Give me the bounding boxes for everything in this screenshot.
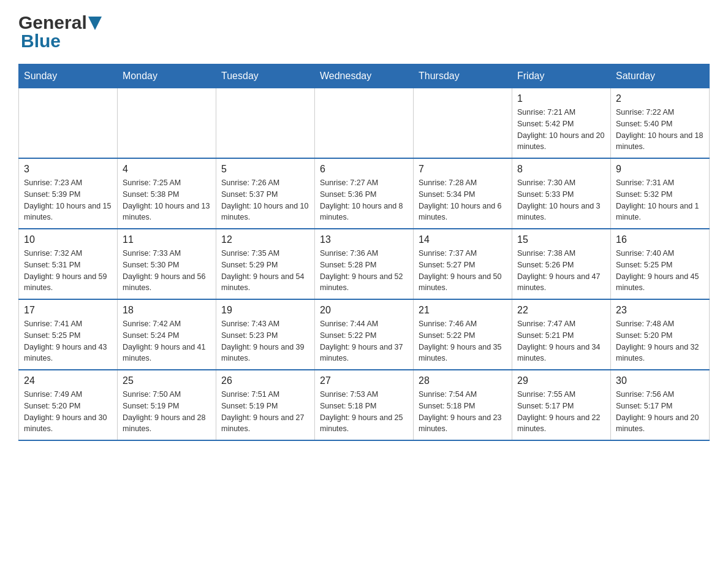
calendar-cell: 17Sunrise: 7:41 AMSunset: 5:25 PMDayligh… [19, 299, 118, 370]
calendar-cell [19, 88, 118, 159]
day-number: 14 [419, 234, 507, 245]
calendar-cell: 28Sunrise: 7:54 AMSunset: 5:18 PMDayligh… [414, 370, 512, 440]
day-info: Sunrise: 7:25 AMSunset: 5:38 PMDaylight:… [123, 177, 211, 223]
day-number: 28 [419, 375, 507, 386]
day-info: Sunrise: 7:53 AMSunset: 5:18 PMDaylight:… [320, 389, 408, 435]
day-number: 21 [419, 305, 507, 316]
calendar-cell [414, 88, 512, 159]
day-number: 18 [123, 305, 211, 316]
day-number: 23 [616, 305, 704, 316]
calendar-cell: 19Sunrise: 7:43 AMSunset: 5:23 PMDayligh… [216, 299, 315, 370]
calendar-cell: 13Sunrise: 7:36 AMSunset: 5:28 PMDayligh… [315, 229, 414, 299]
day-number: 1 [517, 93, 605, 104]
day-number: 4 [123, 164, 211, 175]
day-info: Sunrise: 7:44 AMSunset: 5:22 PMDaylight:… [320, 318, 408, 364]
calendar-week-5: 24Sunrise: 7:49 AMSunset: 5:20 PMDayligh… [19, 370, 710, 440]
day-info: Sunrise: 7:27 AMSunset: 5:36 PMDaylight:… [320, 177, 408, 223]
calendar-header-row: SundayMondayTuesdayWednesdayThursdayFrid… [19, 64, 710, 88]
day-number: 26 [221, 375, 309, 386]
calendar-cell: 27Sunrise: 7:53 AMSunset: 5:18 PMDayligh… [315, 370, 414, 440]
day-info: Sunrise: 7:40 AMSunset: 5:25 PMDaylight:… [616, 248, 704, 294]
weekday-header-monday: Monday [118, 64, 216, 88]
calendar-cell: 5Sunrise: 7:26 AMSunset: 5:37 PMDaylight… [216, 158, 315, 229]
logo: General Blue [18, 12, 102, 52]
page-header: General Blue [18, 12, 710, 52]
day-info: Sunrise: 7:51 AMSunset: 5:19 PMDaylight:… [221, 389, 309, 435]
day-number: 12 [221, 234, 309, 245]
calendar-cell: 20Sunrise: 7:44 AMSunset: 5:22 PMDayligh… [315, 299, 414, 370]
calendar-cell: 23Sunrise: 7:48 AMSunset: 5:20 PMDayligh… [611, 299, 710, 370]
day-info: Sunrise: 7:35 AMSunset: 5:29 PMDaylight:… [221, 248, 309, 294]
day-number: 20 [320, 305, 408, 316]
day-info: Sunrise: 7:32 AMSunset: 5:31 PMDaylight:… [24, 248, 112, 294]
day-number: 30 [616, 375, 704, 386]
day-info: Sunrise: 7:37 AMSunset: 5:27 PMDaylight:… [419, 248, 507, 294]
day-number: 2 [616, 93, 704, 104]
day-number: 6 [320, 164, 408, 175]
day-info: Sunrise: 7:54 AMSunset: 5:18 PMDaylight:… [419, 389, 507, 435]
svg-marker-0 [88, 17, 102, 30]
day-number: 13 [320, 234, 408, 245]
day-info: Sunrise: 7:48 AMSunset: 5:20 PMDaylight:… [616, 318, 704, 364]
weekday-header-saturday: Saturday [611, 64, 710, 88]
calendar-cell: 30Sunrise: 7:56 AMSunset: 5:17 PMDayligh… [611, 370, 710, 440]
day-info: Sunrise: 7:21 AMSunset: 5:42 PMDaylight:… [517, 107, 605, 153]
calendar-week-4: 17Sunrise: 7:41 AMSunset: 5:25 PMDayligh… [19, 299, 710, 370]
weekday-header-tuesday: Tuesday [216, 64, 315, 88]
day-number: 15 [517, 234, 605, 245]
day-info: Sunrise: 7:55 AMSunset: 5:17 PMDaylight:… [517, 389, 605, 435]
calendar-cell: 11Sunrise: 7:33 AMSunset: 5:30 PMDayligh… [118, 229, 216, 299]
calendar-cell [216, 88, 315, 159]
calendar-cell: 15Sunrise: 7:38 AMSunset: 5:26 PMDayligh… [512, 229, 611, 299]
calendar-week-3: 10Sunrise: 7:32 AMSunset: 5:31 PMDayligh… [19, 229, 710, 299]
calendar-cell: 6Sunrise: 7:27 AMSunset: 5:36 PMDaylight… [315, 158, 414, 229]
day-info: Sunrise: 7:38 AMSunset: 5:26 PMDaylight:… [517, 248, 605, 294]
day-number: 19 [221, 305, 309, 316]
calendar-cell: 1Sunrise: 7:21 AMSunset: 5:42 PMDaylight… [512, 88, 611, 159]
calendar-cell: 2Sunrise: 7:22 AMSunset: 5:40 PMDaylight… [611, 88, 710, 159]
day-info: Sunrise: 7:50 AMSunset: 5:19 PMDaylight:… [123, 389, 211, 435]
calendar-cell: 3Sunrise: 7:23 AMSunset: 5:39 PMDaylight… [19, 158, 118, 229]
calendar-cell: 12Sunrise: 7:35 AMSunset: 5:29 PMDayligh… [216, 229, 315, 299]
weekday-header-wednesday: Wednesday [315, 64, 414, 88]
day-number: 25 [123, 375, 211, 386]
calendar-cell: 22Sunrise: 7:47 AMSunset: 5:21 PMDayligh… [512, 299, 611, 370]
weekday-header-thursday: Thursday [414, 64, 512, 88]
calendar-cell: 9Sunrise: 7:31 AMSunset: 5:32 PMDaylight… [611, 158, 710, 229]
day-info: Sunrise: 7:30 AMSunset: 5:33 PMDaylight:… [517, 177, 605, 223]
day-info: Sunrise: 7:47 AMSunset: 5:21 PMDaylight:… [517, 318, 605, 364]
day-info: Sunrise: 7:46 AMSunset: 5:22 PMDaylight:… [419, 318, 507, 364]
calendar-cell: 10Sunrise: 7:32 AMSunset: 5:31 PMDayligh… [19, 229, 118, 299]
calendar-week-2: 3Sunrise: 7:23 AMSunset: 5:39 PMDaylight… [19, 158, 710, 229]
day-number: 5 [221, 164, 309, 175]
day-info: Sunrise: 7:23 AMSunset: 5:39 PMDaylight:… [24, 177, 112, 223]
day-number: 24 [24, 375, 112, 386]
calendar-cell: 21Sunrise: 7:46 AMSunset: 5:22 PMDayligh… [414, 299, 512, 370]
weekday-header-friday: Friday [512, 64, 611, 88]
logo-general-text: General [18, 12, 87, 33]
calendar-cell [315, 88, 414, 159]
day-number: 17 [24, 305, 112, 316]
weekday-header-sunday: Sunday [19, 64, 118, 88]
day-number: 27 [320, 375, 408, 386]
day-number: 22 [517, 305, 605, 316]
day-info: Sunrise: 7:33 AMSunset: 5:30 PMDaylight:… [123, 248, 211, 294]
calendar-cell: 14Sunrise: 7:37 AMSunset: 5:27 PMDayligh… [414, 229, 512, 299]
calendar-cell: 25Sunrise: 7:50 AMSunset: 5:19 PMDayligh… [118, 370, 216, 440]
logo-arrow-icon [88, 17, 102, 30]
day-number: 11 [123, 234, 211, 245]
calendar-cell: 18Sunrise: 7:42 AMSunset: 5:24 PMDayligh… [118, 299, 216, 370]
day-info: Sunrise: 7:26 AMSunset: 5:37 PMDaylight:… [221, 177, 309, 223]
day-number: 29 [517, 375, 605, 386]
day-info: Sunrise: 7:28 AMSunset: 5:34 PMDaylight:… [419, 177, 507, 223]
calendar-cell: 29Sunrise: 7:55 AMSunset: 5:17 PMDayligh… [512, 370, 611, 440]
calendar-cell [118, 88, 216, 159]
day-info: Sunrise: 7:31 AMSunset: 5:32 PMDaylight:… [616, 177, 704, 223]
calendar-table: SundayMondayTuesdayWednesdayThursdayFrid… [18, 64, 710, 441]
calendar-week-1: 1Sunrise: 7:21 AMSunset: 5:42 PMDaylight… [19, 88, 710, 159]
calendar-cell: 26Sunrise: 7:51 AMSunset: 5:19 PMDayligh… [216, 370, 315, 440]
calendar-cell: 7Sunrise: 7:28 AMSunset: 5:34 PMDaylight… [414, 158, 512, 229]
day-info: Sunrise: 7:41 AMSunset: 5:25 PMDaylight:… [24, 318, 112, 364]
day-number: 7 [419, 164, 507, 175]
day-number: 10 [24, 234, 112, 245]
